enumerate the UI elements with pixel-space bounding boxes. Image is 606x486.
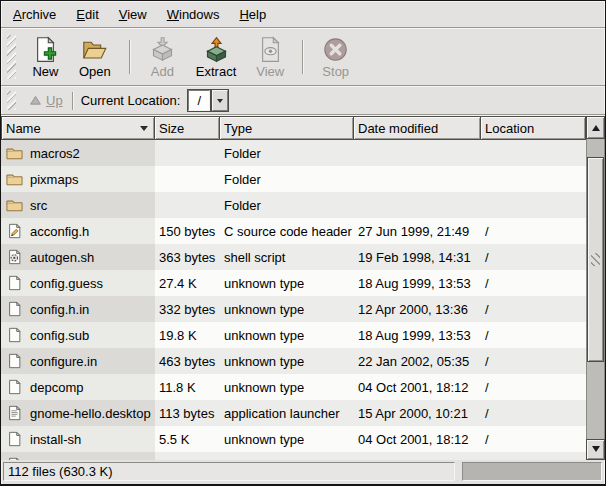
scrollbar-thumb[interactable] — [587, 157, 604, 362]
page-icon — [5, 353, 24, 369]
cell-name: config.h.in — [1, 296, 155, 322]
table-row[interactable]: depcomp11.8 Kunknown type04 Oct 2001, 18… — [1, 374, 605, 400]
page-lines-icon — [5, 405, 24, 421]
cell-name: src — [1, 192, 155, 218]
sort-indicator-icon — [140, 126, 148, 135]
file-date-modified — [354, 452, 481, 460]
column-header-label: Name — [6, 121, 41, 136]
location-combo-dropdown-button[interactable] — [212, 90, 228, 111]
column-header-type[interactable]: Type — [220, 116, 354, 140]
file-date-modified — [354, 140, 481, 166]
stop-button[interactable]: Stop — [314, 34, 357, 81]
vertical-scrollbar — [586, 116, 605, 460]
table-header: NameSizeTypeDate modifiedLocation — [1, 116, 605, 140]
file-date-modified: 18 Aug 1999, 13:53 — [354, 322, 481, 348]
file-date-modified: 12 Apr 2000, 13:36 — [354, 296, 481, 322]
new-archive-icon — [32, 36, 59, 63]
table-row[interactable]: gnome-hello.desktop113 bytesapplication … — [1, 400, 605, 426]
menu-windows[interactable]: Windows — [157, 3, 230, 26]
file-name: config.guess — [30, 276, 103, 291]
extract-icon — [203, 36, 230, 63]
extract-button[interactable]: Extract — [188, 34, 244, 81]
table-row[interactable]: install-sh5.5 Kunknown type04 Oct 2001, … — [1, 426, 605, 452]
table-row[interactable]: autogen.sh363 bytesshell script19 Feb 19… — [1, 244, 605, 270]
table-row[interactable]: srcFolder — [1, 192, 605, 218]
column-header-name[interactable]: Name — [1, 116, 155, 140]
file-date-modified — [354, 166, 481, 192]
column-header-label: Location — [485, 121, 534, 136]
file-type: Folder — [220, 166, 354, 192]
folder-icon — [5, 145, 24, 161]
file-date-modified: 22 Jan 2002, 05:35 — [354, 348, 481, 374]
page-pencil-icon — [5, 223, 24, 239]
column-header-size[interactable]: Size — [155, 116, 220, 140]
folder-icon — [5, 171, 24, 187]
scrollbar-grip — [591, 253, 600, 266]
column-header-location[interactable]: Location — [481, 116, 586, 140]
add-to-archive-icon — [149, 36, 176, 63]
page-icon — [5, 275, 24, 291]
statusbar: 112 files (630.3 K) — [1, 460, 605, 484]
table-row[interactable]: macros2Folder — [1, 140, 605, 166]
status-message-box: 112 files (630.3 K) — [3, 462, 455, 481]
menu-edit[interactable]: Edit — [66, 3, 108, 26]
file-date-modified: 19 Feb 1998, 14:31 — [354, 244, 481, 270]
cell-name: configure.in — [1, 348, 155, 374]
menu-archive[interactable]: Archive — [3, 3, 66, 26]
file-date-modified: 15 Apr 2000, 10:21 — [354, 400, 481, 426]
location-combo: / — [188, 90, 228, 111]
file-type: unknown type — [220, 270, 354, 296]
file-size: 27.4 K — [155, 270, 220, 296]
file-date-modified — [354, 192, 481, 218]
location-combo-entry[interactable]: / — [188, 90, 210, 111]
menu-help[interactable]: Help — [229, 3, 276, 26]
cell-name: acconfig.h — [1, 218, 155, 244]
table-row[interactable] — [1, 452, 605, 460]
table-row[interactable]: config.guess27.4 Kunknown type18 Aug 199… — [1, 270, 605, 296]
scrollbar-trough[interactable] — [586, 139, 605, 439]
menu-view[interactable]: View — [109, 3, 157, 26]
table-body: macros2FolderpixmapsFoldersrcFolderaccon… — [1, 140, 605, 460]
cell-name: install-sh — [1, 426, 155, 452]
file-type: unknown type — [220, 322, 354, 348]
up-button[interactable]: Up — [23, 91, 69, 110]
toolbar-drag-handle[interactable] — [7, 35, 16, 79]
cell-name: autogen.sh — [1, 244, 155, 270]
file-type: unknown type — [220, 296, 354, 322]
table-row[interactable]: config.h.in332 bytesunknown type12 Apr 2… — [1, 296, 605, 322]
file-date-modified: 04 Oct 2001, 18:12 — [354, 426, 481, 452]
new-button[interactable]: New — [24, 34, 67, 81]
scrollbar-up-button[interactable] — [586, 116, 605, 139]
view-button[interactable]: View — [248, 34, 292, 81]
toolbar-separator — [302, 40, 304, 74]
cell-name — [1, 452, 155, 460]
file-date-modified: 18 Aug 1999, 13:53 — [354, 270, 481, 296]
cell-name: config.sub — [1, 322, 155, 348]
file-size: 5.5 K — [155, 426, 220, 452]
column-header-label: Date modified — [358, 121, 438, 136]
up-arrow-icon — [29, 94, 42, 107]
table-row[interactable]: pixmapsFolder — [1, 166, 605, 192]
file-type: application launcher — [220, 400, 354, 426]
file-name: depcomp — [30, 380, 83, 395]
file-size — [155, 140, 220, 166]
cell-name: depcomp — [1, 374, 155, 400]
table-row[interactable]: config.sub19.8 Kunknown type18 Aug 1999,… — [1, 322, 605, 348]
page-icon — [5, 301, 24, 317]
table-row[interactable]: configure.in463 bytesunknown type22 Jan … — [1, 348, 605, 374]
file-name: pixmaps — [30, 172, 78, 187]
add-button[interactable]: Add — [141, 34, 184, 81]
column-header-date-modified[interactable]: Date modified — [354, 116, 481, 140]
page-gear-icon — [5, 249, 24, 265]
open-folder-icon — [81, 36, 108, 63]
location-bar-separator — [72, 92, 74, 110]
open-button[interactable]: Open — [71, 34, 119, 81]
table-row[interactable]: acconfig.h150 bytesC source code header2… — [1, 218, 605, 244]
location-bar-drag-handle[interactable] — [7, 91, 16, 110]
scrollbar-down-button[interactable] — [586, 439, 605, 460]
status-text: 112 files (630.3 K) — [8, 464, 113, 479]
file-name: configure.in — [30, 354, 97, 369]
menubar: ArchiveEditViewWindowsHelp — [1, 1, 605, 27]
file-type: C source code header — [220, 218, 354, 244]
archive-manager-window: ArchiveEditViewWindowsHelp NewOpenAddExt… — [0, 0, 606, 486]
